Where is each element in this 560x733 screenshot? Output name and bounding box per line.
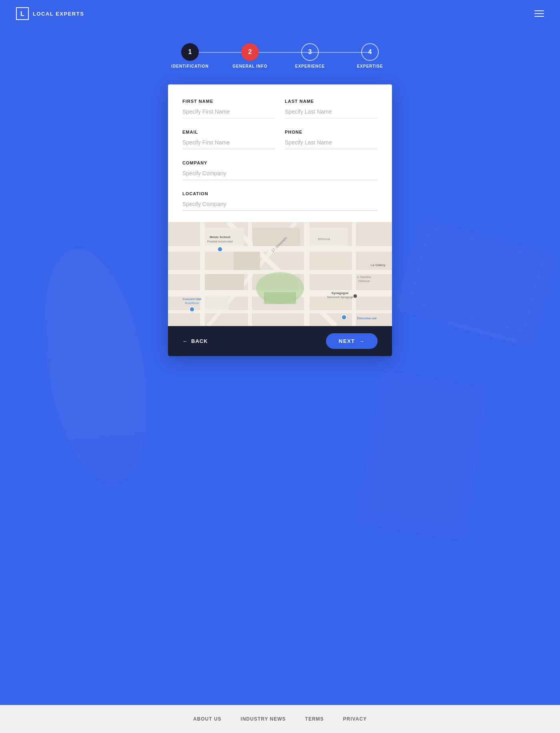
hamburger-line	[534, 16, 544, 17]
card-footer: ← BACK NEXT →	[168, 326, 392, 356]
step-label-1: IDENTIFICATION	[171, 64, 208, 68]
hamburger-menu-button[interactable]	[534, 10, 544, 17]
main-bg-area: 1 IDENTIFICATION 2 GENERAL INFO 3 EXPERI…	[0, 27, 560, 705]
svg-rect-15	[352, 222, 356, 326]
location-label: LOCATION	[182, 191, 378, 196]
step-item-expertise: 4 EXPERTISE	[340, 43, 400, 68]
company-input[interactable]	[182, 170, 378, 180]
step-label-3: EXPERIENCE	[295, 64, 325, 68]
svg-text:Concert Hall: Concert Hall	[182, 297, 201, 301]
step-item-general-info: 2 GENERAL INFO	[220, 43, 280, 68]
company-row: COMPANY	[182, 160, 378, 180]
svg-text:Břehová: Břehová	[318, 237, 330, 241]
logo: L LOCAL EXPERTS	[16, 7, 84, 20]
last-name-label: LAST NAME	[285, 99, 378, 104]
svg-rect-23	[310, 252, 348, 270]
svg-rect-24	[205, 274, 244, 290]
step-circle-2: 2	[241, 43, 259, 61]
footer-link-industry-news[interactable]: INDUSTRY NEWS	[241, 716, 286, 722]
svg-rect-28	[205, 296, 229, 310]
step-item-identification: 1 IDENTIFICATION	[160, 43, 220, 68]
footer-link-terms[interactable]: TERMS	[305, 716, 324, 722]
hamburger-line	[534, 13, 544, 14]
svg-rect-2	[395, 218, 558, 347]
card-form-body: FIRST NAME LAST NAME EMAIL PHONE	[168, 84, 392, 211]
location-input[interactable]	[182, 201, 378, 211]
back-button[interactable]: ← BACK	[182, 338, 208, 344]
location-group: LOCATION	[182, 191, 378, 211]
step-label-2: GENERAL INFO	[232, 64, 267, 68]
location-row: LOCATION	[182, 191, 378, 211]
svg-rect-14	[304, 222, 310, 326]
svg-rect-19	[253, 228, 300, 246]
hamburger-line	[534, 10, 544, 11]
svg-rect-1	[40, 243, 151, 442]
svg-text:Židovská rad: Židovská rad	[357, 316, 376, 320]
logo-text: LOCAL EXPERTS	[33, 11, 84, 17]
svg-rect-21	[205, 252, 229, 270]
step-label-4: EXPERTISE	[357, 64, 383, 68]
step-circle-4: 4	[361, 43, 379, 61]
svg-text:Synagogue: Synagogue	[331, 291, 349, 295]
svg-text:Staronová Synagoga: Staronová Synagoga	[327, 296, 353, 299]
svg-rect-27	[264, 292, 296, 304]
email-label: EMAIL	[182, 130, 275, 134]
svg-text:La Gallery: La Gallery	[371, 263, 385, 267]
back-arrow-icon: ←	[182, 338, 188, 344]
phone-label: PHONE	[285, 130, 378, 134]
first-name-label: FIRST NAME	[182, 99, 275, 104]
svg-rect-5	[357, 370, 489, 541]
step-circle-3: 3	[301, 43, 319, 61]
svg-text:Rudolfinum: Rudolfinum	[185, 302, 199, 304]
email-phone-row: EMAIL PHONE	[182, 130, 378, 149]
svg-point-0	[28, 240, 163, 492]
first-name-group: FIRST NAME	[182, 99, 275, 118]
svg-text:hřbitova: hřbitova	[358, 279, 370, 283]
last-name-group: LAST NAME	[285, 99, 378, 118]
header: L LOCAL EXPERTS	[0, 0, 560, 27]
svg-rect-12	[200, 222, 205, 326]
svg-rect-22	[234, 252, 260, 270]
phone-input[interactable]	[285, 139, 378, 149]
email-input[interactable]	[182, 139, 275, 149]
svg-rect-20	[310, 228, 348, 246]
form-card: FIRST NAME LAST NAME EMAIL PHONE	[168, 84, 392, 356]
company-label: COMPANY	[182, 160, 378, 165]
svg-rect-29	[310, 296, 348, 310]
first-name-input[interactable]	[182, 108, 275, 118]
last-name-input[interactable]	[285, 108, 378, 118]
svg-text:Music School: Music School	[210, 235, 230, 239]
company-group: COMPANY	[182, 160, 378, 180]
email-group: EMAIL	[182, 130, 275, 149]
step-item-experience: 3 EXPERIENCE	[280, 43, 340, 68]
map-container: 17. listopadu Břehová U Starého hřbitova…	[168, 222, 392, 326]
svg-text:U Starého: U Starého	[357, 275, 372, 279]
map-svg: 17. listopadu Břehová U Starého hřbitova…	[168, 222, 392, 326]
svg-rect-3	[409, 227, 544, 332]
step-circle-1: 1	[181, 43, 199, 61]
svg-point-44	[353, 294, 357, 298]
svg-rect-4	[448, 321, 518, 344]
name-row: FIRST NAME LAST NAME	[182, 99, 378, 118]
footer-link-about[interactable]: ABOUT US	[193, 716, 222, 722]
logo-icon: L	[16, 7, 29, 20]
site-footer: ABOUT US INDUSTRY NEWS TERMS PRIVACY	[0, 705, 560, 733]
footer-link-privacy[interactable]: PRIVACY	[343, 716, 367, 722]
svg-rect-6	[368, 380, 478, 525]
svg-text:Pražská konzervatoř: Pražská konzervatoř	[207, 240, 233, 243]
next-arrow-icon: →	[359, 338, 365, 344]
phone-group: PHONE	[285, 130, 378, 149]
stepper: 1 IDENTIFICATION 2 GENERAL INFO 3 EXPERI…	[160, 43, 400, 68]
next-button[interactable]: NEXT →	[326, 333, 378, 349]
